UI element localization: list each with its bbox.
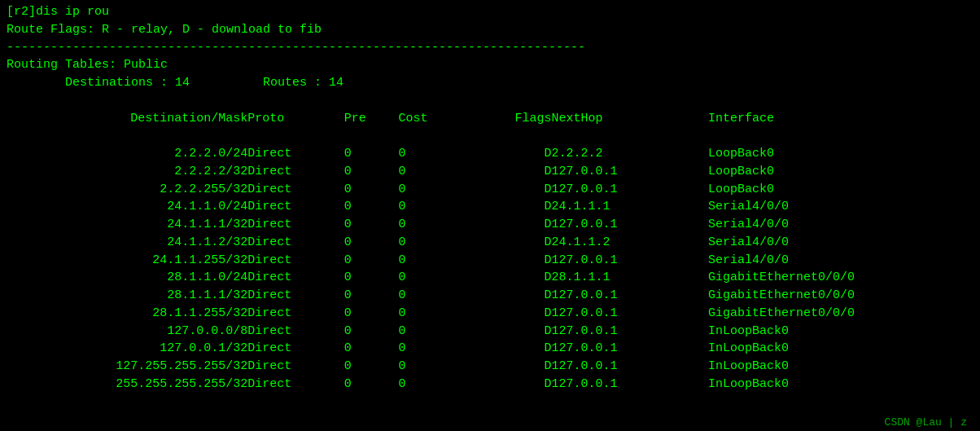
route-rows: 2.2.2.0/24 Direct 0 0 D 2.2.2.2 LoopBack… — [7, 145, 973, 394]
cell-cost: 0 — [398, 252, 476, 270]
table-row: 127.0.0.1/32 Direct 0 0 D 127.0.0.1 InLo… — [7, 340, 973, 358]
cell-dest: 28.1.1.1/32 — [7, 287, 247, 305]
route-flags: Route Flags: R - relay, D - download to … — [7, 21, 973, 39]
cell-iface: LoopBack0 — [708, 145, 973, 163]
cell-cost: 0 — [398, 287, 476, 305]
header-pre: Pre — [344, 110, 399, 128]
table-row: 2.2.2.0/24 Direct 0 0 D 2.2.2.2 LoopBack… — [7, 145, 973, 163]
table-row: 24.1.1.1/32 Direct 0 0 D 127.0.0.1 Seria… — [7, 216, 973, 234]
table-row: 127.255.255.255/32 Direct 0 0 D 127.0.0.… — [7, 358, 973, 376]
cell-iface: InLoopBack0 — [708, 376, 973, 394]
dest-routes-counts: Destinations : 14 Routes : 14 — [7, 74, 973, 92]
cell-cost: 0 — [398, 376, 476, 394]
routing-tables: Routing Tables: Public — [7, 56, 973, 74]
table-row: 24.1.1.0/24 Direct 0 0 D 24.1.1.1 Serial… — [7, 198, 973, 216]
cell-cost: 0 — [398, 181, 476, 199]
terminal: [r2]dis ip rou Route Flags: R - relay, D… — [7, 3, 973, 431]
header-cost: Cost — [398, 110, 476, 128]
cell-proto: Direct — [247, 376, 344, 394]
cell-cost: 0 — [398, 323, 476, 341]
cell-flags: D — [477, 181, 552, 199]
cell-pre: 0 — [344, 252, 399, 270]
cell-cost: 0 — [398, 234, 476, 252]
cell-nexthop: 127.0.0.1 — [552, 376, 709, 394]
cell-iface: Serial4/0/0 — [708, 234, 973, 252]
cell-pre: 0 — [344, 323, 399, 341]
header-dest: Destination/Mask — [7, 110, 247, 128]
cell-flags: D — [477, 323, 552, 341]
cell-dest: 24.1.1.0/24 — [7, 198, 247, 216]
cell-iface: InLoopBack0 — [708, 340, 973, 358]
cell-proto: Direct — [247, 340, 344, 358]
cell-flags: D — [477, 340, 552, 358]
cell-dest: 127.255.255.255/32 — [7, 358, 247, 376]
cell-pre: 0 — [344, 305, 399, 323]
table-row: 2.2.2.2/32 Direct 0 0 D 127.0.0.1 LoopBa… — [7, 163, 973, 181]
cell-nexthop: 127.0.0.1 — [552, 216, 709, 234]
watermark: CSDN @Lau | z — [885, 416, 967, 431]
cell-nexthop: 127.0.0.1 — [552, 358, 709, 376]
header-flags: Flags — [477, 110, 552, 128]
header-nexthop: NextHop — [552, 110, 709, 128]
cell-iface: GigabitEthernet0/0/0 — [708, 305, 973, 323]
header-iface: Interface — [708, 110, 973, 128]
cell-proto: Direct — [247, 287, 344, 305]
cell-cost: 0 — [398, 163, 476, 181]
cell-iface: Serial4/0/0 — [708, 216, 973, 234]
cell-iface: Serial4/0/0 — [708, 198, 973, 216]
cell-cost: 0 — [398, 358, 476, 376]
cell-pre: 0 — [344, 145, 399, 163]
cell-flags: D — [477, 163, 552, 181]
cell-nexthop: 127.0.0.1 — [552, 323, 709, 341]
cell-nexthop: 127.0.0.1 — [552, 287, 709, 305]
cell-cost: 0 — [398, 340, 476, 358]
table-row: 24.1.1.2/32 Direct 0 0 D 24.1.1.2 Serial… — [7, 234, 973, 252]
cell-dest: 24.1.1.1/32 — [7, 216, 247, 234]
table-row: 28.1.1.0/24 Direct 0 0 D 28.1.1.1 Gigabi… — [7, 269, 973, 287]
table-row: 127.0.0.0/8 Direct 0 0 D 127.0.0.1 InLoo… — [7, 323, 973, 341]
cell-proto: Direct — [247, 198, 344, 216]
cell-proto: Direct — [247, 163, 344, 181]
cell-cost: 0 — [398, 305, 476, 323]
cell-flags: D — [477, 269, 552, 287]
cell-nexthop: 2.2.2.2 — [552, 145, 709, 163]
cell-pre: 0 — [344, 234, 399, 252]
cell-proto: Direct — [247, 269, 344, 287]
cell-proto: Direct — [247, 181, 344, 199]
cell-dest: 24.1.1.2/32 — [7, 234, 247, 252]
cell-dest: 127.0.0.0/8 — [7, 323, 247, 341]
cell-iface: InLoopBack0 — [708, 323, 973, 341]
cell-dest: 2.2.2.255/32 — [7, 181, 247, 199]
cell-proto: Direct — [247, 323, 344, 341]
header-proto: Proto — [247, 110, 344, 128]
cell-dest: 127.0.0.1/32 — [7, 340, 247, 358]
cell-nexthop: 127.0.0.1 — [552, 181, 709, 199]
cell-flags: D — [477, 376, 552, 394]
cell-iface: Serial4/0/0 — [708, 252, 973, 270]
cell-nexthop: 127.0.0.1 — [552, 305, 709, 323]
cell-cost: 0 — [398, 198, 476, 216]
cell-flags: D — [477, 287, 552, 305]
separator: ----------------------------------------… — [7, 39, 973, 57]
prompt-line: [r2]dis ip rou — [7, 3, 973, 21]
cell-flags: D — [477, 252, 552, 270]
cell-pre: 0 — [344, 358, 399, 376]
cell-nexthop: 24.1.1.1 — [552, 198, 709, 216]
column-headers: Destination/Mask Proto Pre Cost Flags Ne… — [7, 110, 973, 128]
cell-proto: Direct — [247, 145, 344, 163]
cell-dest: 28.1.1.0/24 — [7, 269, 247, 287]
cell-pre: 0 — [344, 376, 399, 394]
cell-dest: 2.2.2.0/24 — [7, 145, 247, 163]
table-row: 2.2.2.255/32 Direct 0 0 D 127.0.0.1 Loop… — [7, 181, 973, 199]
cell-flags: D — [477, 358, 552, 376]
cell-nexthop: 127.0.0.1 — [552, 252, 709, 270]
cell-iface: LoopBack0 — [708, 163, 973, 181]
cell-proto: Direct — [247, 252, 344, 270]
cell-pre: 0 — [344, 163, 399, 181]
cell-flags: D — [477, 234, 552, 252]
cell-nexthop: 127.0.0.1 — [552, 163, 709, 181]
cell-proto: Direct — [247, 305, 344, 323]
blank-line — [7, 92, 973, 110]
table-row: 24.1.1.255/32 Direct 0 0 D 127.0.0.1 Ser… — [7, 252, 973, 270]
cell-flags: D — [477, 305, 552, 323]
